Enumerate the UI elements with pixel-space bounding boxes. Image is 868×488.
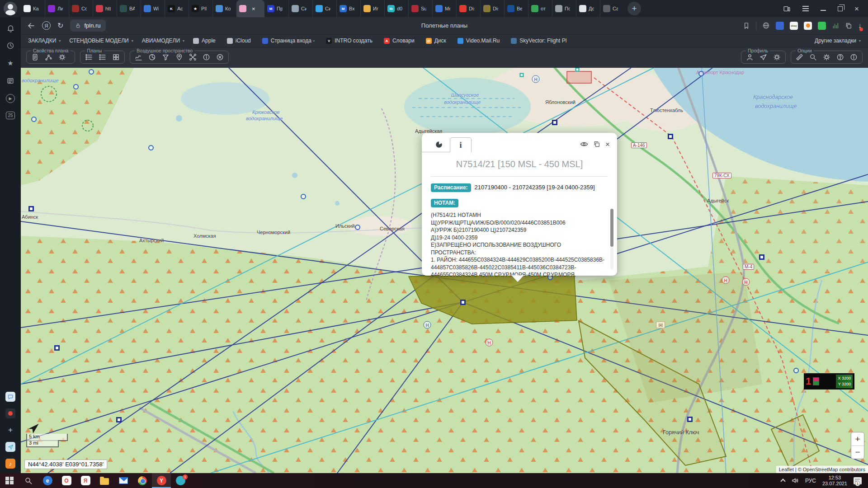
favorites-star-icon[interactable]: ★ bbox=[6, 59, 15, 68]
scrollbar-thumb[interactable] bbox=[610, 209, 613, 247]
other-bookmarks-button[interactable]: Другие закладки ▾ bbox=[815, 38, 861, 44]
taskbar-app-edge[interactable]: e bbox=[38, 473, 57, 488]
browser-tab[interactable]: Са bbox=[600, 0, 624, 17]
feed-icon[interactable] bbox=[6, 76, 15, 85]
toolbar-icon[interactable] bbox=[162, 53, 170, 61]
locate-button[interactable] bbox=[25, 419, 42, 436]
globe-extension-icon[interactable] bbox=[762, 22, 770, 29]
browser-tab[interactable]: от bbox=[528, 0, 552, 17]
taskbar-app-explorer[interactable] bbox=[95, 473, 114, 488]
toolbar-icon[interactable] bbox=[773, 53, 781, 61]
tab-close-icon[interactable]: × bbox=[252, 5, 255, 12]
browser-tab[interactable]: Ли bbox=[45, 0, 69, 17]
browser-tab[interactable]: Dis bbox=[456, 0, 480, 17]
map-marker-h-blue[interactable]: Н bbox=[424, 321, 431, 329]
back-icon[interactable] bbox=[27, 22, 35, 30]
browser-tab[interactable]: Wi bbox=[141, 0, 165, 17]
browser-tab[interactable]: × bbox=[236, 0, 264, 17]
bookmark-item[interactable]: Apple bbox=[193, 38, 218, 44]
browser-tab[interactable]: Me bbox=[432, 0, 456, 17]
tab-pie-chart[interactable] bbox=[428, 137, 450, 152]
notifications-bell-icon[interactable] bbox=[6, 23, 15, 33]
browser-tab[interactable]: Иг bbox=[360, 0, 384, 17]
notification-center-icon[interactable]: 1 bbox=[854, 477, 862, 484]
browser-tab[interactable]: ВА bbox=[117, 0, 141, 17]
window-close-button[interactable]: × bbox=[854, 5, 859, 13]
browser-tab[interactable]: ★ PIl bbox=[189, 0, 212, 17]
map-marker-h-red[interactable]: Н bbox=[486, 339, 493, 347]
browser-tab[interactable]: Со bbox=[69, 0, 93, 17]
toolbar-icon[interactable] bbox=[216, 53, 224, 61]
toolbar-icon[interactable] bbox=[796, 53, 803, 61]
whatsapp-extension-icon[interactable] bbox=[818, 22, 826, 30]
bookmark-item[interactable]: @ Диск bbox=[426, 38, 449, 44]
popup-scrollbar[interactable] bbox=[610, 209, 613, 269]
toolbar-icon[interactable] bbox=[850, 53, 858, 61]
bookmark-item[interactable]: V INTRO создать bbox=[326, 38, 375, 44]
clock-widget[interactable]: 12:53 23.07.2021 bbox=[822, 475, 847, 487]
browser-menu-icon[interactable] bbox=[802, 6, 809, 11]
history-clock-icon[interactable] bbox=[6, 41, 15, 50]
map-marker-circle[interactable] bbox=[31, 117, 37, 122]
ebay-extension-icon[interactable]: ebay bbox=[790, 22, 798, 30]
browser-tab[interactable]: Ка bbox=[21, 0, 45, 17]
language-indicator[interactable]: РУС bbox=[805, 478, 816, 484]
taskbar-app-yandex[interactable]: Я bbox=[76, 473, 95, 488]
toolbar-icon[interactable] bbox=[836, 53, 844, 61]
bookmark-item[interactable]: СТЕНДОВЫЕ МОДЕЛИ ▾ bbox=[69, 38, 133, 44]
map-marker-tsq[interactable] bbox=[576, 68, 580, 72]
downloads-icon[interactable]: ↓ bbox=[858, 22, 862, 30]
taskbar-app-opera[interactable]: О bbox=[57, 473, 76, 488]
tab-panels-icon[interactable] bbox=[783, 5, 791, 13]
tray-chevron-up-icon[interactable] bbox=[780, 479, 785, 483]
map-marker-h-blue[interactable]: Н bbox=[532, 75, 540, 83]
toolbar-icon[interactable] bbox=[148, 53, 156, 61]
browser-tab[interactable]: Su bbox=[408, 0, 432, 17]
music-icon[interactable]: ♪ bbox=[5, 459, 15, 469]
browser-tab[interactable]: ib d0 bbox=[384, 0, 408, 17]
new-tab-button[interactable]: + bbox=[627, 2, 641, 15]
profile-avatar[interactable] bbox=[4, 2, 17, 15]
map-marker-env[interactable]: ✉ bbox=[656, 322, 665, 328]
bookmark-item[interactable]: А Словари bbox=[384, 38, 417, 44]
toolbar-icon[interactable] bbox=[760, 53, 767, 61]
collections-icon[interactable] bbox=[845, 22, 852, 29]
map-marker-circle[interactable] bbox=[148, 145, 154, 150]
zoom-in-button[interactable]: + bbox=[851, 432, 864, 446]
map-marker-circle[interactable] bbox=[301, 194, 306, 199]
map-marker-square[interactable] bbox=[759, 254, 764, 260]
map-marker-h-red[interactable]: Н bbox=[722, 277, 730, 284]
map-marker-circle[interactable] bbox=[355, 225, 360, 230]
bookmark-item[interactable]: Video.Mail.Ru bbox=[458, 38, 502, 44]
alice-extension-icon[interactable] bbox=[804, 22, 812, 30]
toolbar-icon[interactable] bbox=[45, 53, 52, 61]
map-marker-square[interactable] bbox=[54, 345, 60, 351]
taskbar-app-yandex-browser[interactable]: Y bbox=[152, 473, 171, 488]
browser-tab[interactable]: Си bbox=[288, 0, 312, 17]
browser-tab[interactable]: До bbox=[576, 0, 600, 17]
map-marker-square[interactable] bbox=[116, 417, 122, 422]
browser-tab[interactable]: Ве bbox=[504, 0, 528, 17]
toolbar-icon[interactable] bbox=[809, 53, 817, 61]
taskbar-app-messenger[interactable]: 1 bbox=[171, 473, 190, 488]
map-marker-circle[interactable] bbox=[73, 84, 79, 89]
bookmark-item[interactable]: Страница входа - bbox=[262, 38, 317, 44]
map-marker-tsq[interactable] bbox=[520, 73, 524, 77]
map-marker-square[interactable] bbox=[460, 300, 466, 305]
browser-tab[interactable]: htt bbox=[93, 0, 117, 17]
map-marker-square[interactable] bbox=[28, 206, 34, 211]
toolbar-icon[interactable] bbox=[58, 53, 66, 61]
browser-tab[interactable]: Си bbox=[312, 0, 336, 17]
yandex-home-icon[interactable]: Я bbox=[42, 21, 51, 30]
add-panel-icon[interactable]: + bbox=[5, 425, 15, 435]
bookmark-item[interactable]: АВИАМОДЕЛИ ▾ bbox=[142, 38, 184, 44]
toolbar-icon[interactable] bbox=[31, 53, 39, 61]
toolbar-icon[interactable] bbox=[746, 53, 754, 61]
toolbar-icon[interactable] bbox=[203, 53, 210, 61]
url-field[interactable]: fpln.ru bbox=[70, 19, 105, 32]
telegram-icon[interactable] bbox=[5, 442, 15, 452]
toolbar-icon[interactable] bbox=[99, 53, 106, 61]
video-play-icon[interactable]: ▶ bbox=[6, 94, 15, 103]
browser-tab[interactable]: Dis bbox=[480, 0, 504, 17]
bookmark-item[interactable]: ЗАКЛАДКИ ▾ bbox=[28, 38, 61, 44]
